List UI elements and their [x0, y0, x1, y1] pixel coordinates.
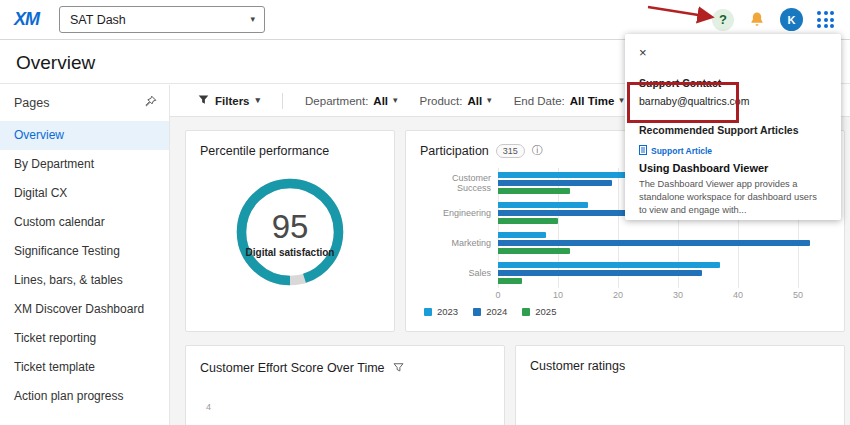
end-date-filter-label: End Date: [514, 95, 565, 107]
support-article-description: The Dashboard Viewer app provides a stan… [639, 178, 827, 217]
bar-2023-engineering[interactable] [498, 202, 588, 208]
donut-gauge: 95 Digital satisfaction [232, 174, 348, 294]
divider [282, 93, 283, 109]
legend-swatch [424, 308, 432, 316]
chevron-down-icon: ▾ [487, 96, 492, 105]
pages-sidebar: Pages Overview By Department Digital CX … [0, 85, 170, 425]
bar-group-sales [498, 258, 828, 288]
bar-2024-marketing[interactable] [498, 240, 810, 246]
chevron-down-icon: ▾ [256, 96, 261, 105]
unpin-icon[interactable] [144, 95, 157, 111]
chart-legend: 202320242025 [424, 306, 844, 317]
bar-group-marketing [498, 228, 828, 258]
funnel-icon[interactable] [393, 359, 404, 377]
donut-value: 95 [272, 210, 309, 243]
support-article-badge: Support Article [639, 145, 827, 157]
end-date-filter[interactable]: End Date: All Time ▾ [514, 95, 624, 107]
bar-2023-customer-success[interactable] [498, 172, 630, 178]
x-tick-label: 20 [613, 290, 623, 300]
product-filter-label: Product: [420, 95, 463, 107]
support-articles-heading: Recommended Support Articles [639, 124, 827, 136]
avatar[interactable]: K [780, 8, 803, 31]
sidebar-item-ticket-reporting[interactable]: Ticket reporting [0, 324, 169, 353]
sidebar-header: Pages [0, 85, 169, 121]
xm-logo: XM [14, 9, 39, 30]
y-tick-label: 4 [206, 402, 211, 412]
chevron-down-icon: ▾ [393, 96, 398, 105]
bar-2024-engineering[interactable] [498, 210, 630, 216]
product-filter-value: All [467, 95, 482, 107]
sidebar-item-action-plan-progress[interactable]: Action plan progress [0, 382, 169, 411]
legend-label: 2024 [486, 306, 507, 317]
x-tick-label: 30 [673, 290, 683, 300]
x-tick-label: 0 [495, 290, 500, 300]
percentile-performance-card: Percentile performance 95 Digital satisf… [185, 130, 395, 332]
card-title: Customer ratings [530, 359, 830, 373]
bar-2024-sales[interactable] [498, 270, 702, 276]
bar-2023-marketing[interactable] [498, 232, 546, 238]
chevron-down-icon: ▾ [250, 15, 255, 24]
sidebar-header-label: Pages [14, 96, 49, 110]
support-contact-email[interactable]: barnaby@qualtrics.com [639, 95, 827, 107]
category-label: Engineering [416, 198, 498, 228]
bar-2023-sales[interactable] [498, 262, 720, 268]
bar-2025-marketing[interactable] [498, 248, 570, 254]
dashboard-selector-value: SAT Dash [70, 13, 126, 27]
close-icon[interactable]: × [639, 46, 653, 59]
filters-button-label: Filters [215, 95, 250, 107]
product-filter[interactable]: Product: All ▾ [420, 95, 492, 107]
help-button[interactable]: ? [712, 9, 734, 31]
legend-item-2025: 2025 [522, 306, 556, 317]
customer-ratings-card: Customer ratings [515, 345, 845, 425]
dashboard-selector[interactable]: SAT Dash ▾ [59, 6, 265, 33]
document-icon [639, 145, 647, 157]
end-date-filter-value: All Time [570, 95, 615, 107]
sidebar-item-overview[interactable]: Overview [0, 121, 169, 150]
legend-label: 2025 [535, 306, 556, 317]
sidebar-item-ticket-template[interactable]: Ticket template [0, 353, 169, 382]
notifications-bell-icon[interactable] [748, 11, 766, 29]
bar-2025-engineering[interactable] [498, 218, 558, 224]
bar-2024-customer-success[interactable] [498, 180, 612, 186]
sidebar-nav: Overview By Department Digital CX Custom… [0, 121, 169, 411]
legend-label: 2023 [437, 306, 458, 317]
bar-2025-sales[interactable] [498, 278, 522, 284]
app-window: XM SAT Dash ▾ ? K Overview Pages [0, 0, 850, 425]
sidebar-item-significance-testing[interactable]: Significance Testing [0, 237, 169, 266]
filters-button[interactable]: Filters ▾ [198, 94, 260, 107]
sidebar-item-lines-bars-tables[interactable]: Lines, bars, & tables [0, 266, 169, 295]
count-badge: 315 [496, 144, 525, 158]
card-title: Percentile performance [200, 144, 380, 158]
legend-item-2024: 2024 [473, 306, 507, 317]
category-label: Marketing [416, 228, 498, 258]
department-filter[interactable]: Department: All ▾ [305, 95, 398, 107]
support-contact-heading: Support Contact [639, 77, 827, 89]
x-tick-label: 10 [553, 290, 563, 300]
support-article-badge-label: Support Article [651, 146, 712, 156]
sidebar-item-custom-calendar[interactable]: Custom calendar [0, 208, 169, 237]
support-article-title[interactable]: Using Dashboard Viewer [639, 162, 827, 174]
card-header: Customer Effort Score Over Time [200, 359, 490, 377]
legend-item-2023: 2023 [424, 306, 458, 317]
sidebar-item-digital-cx[interactable]: Digital CX [0, 179, 169, 208]
funnel-icon [198, 94, 209, 107]
category-labels: Customer SuccessEngineeringMarketingSale… [416, 168, 498, 288]
sidebar-item-xm-discover-dashboard[interactable]: XM Discover Dashboard [0, 295, 169, 324]
apps-grid-icon[interactable] [817, 11, 834, 28]
donut-caption: Digital satisfaction [246, 247, 335, 258]
sidebar-item-by-department[interactable]: By Department [0, 150, 169, 179]
card-title: Participation [420, 144, 489, 158]
info-icon[interactable]: ⓘ [532, 143, 543, 158]
department-filter-label: Department: [305, 95, 368, 107]
x-tick-label: 40 [733, 290, 743, 300]
legend-swatch [473, 308, 481, 316]
x-tick-label: 50 [793, 290, 803, 300]
customer-effort-score-card: Customer Effort Score Over Time 4 [185, 345, 505, 425]
category-label: Sales [416, 258, 498, 288]
donut-center: 95 Digital satisfaction [232, 174, 348, 294]
support-popover: × Support Contact barnaby@qualtrics.com … [625, 34, 841, 220]
chevron-down-icon: ▾ [619, 96, 624, 105]
bar-2025-customer-success[interactable] [498, 188, 570, 194]
legend-swatch [522, 308, 530, 316]
x-axis-ticks: 01020304050 [498, 288, 828, 301]
